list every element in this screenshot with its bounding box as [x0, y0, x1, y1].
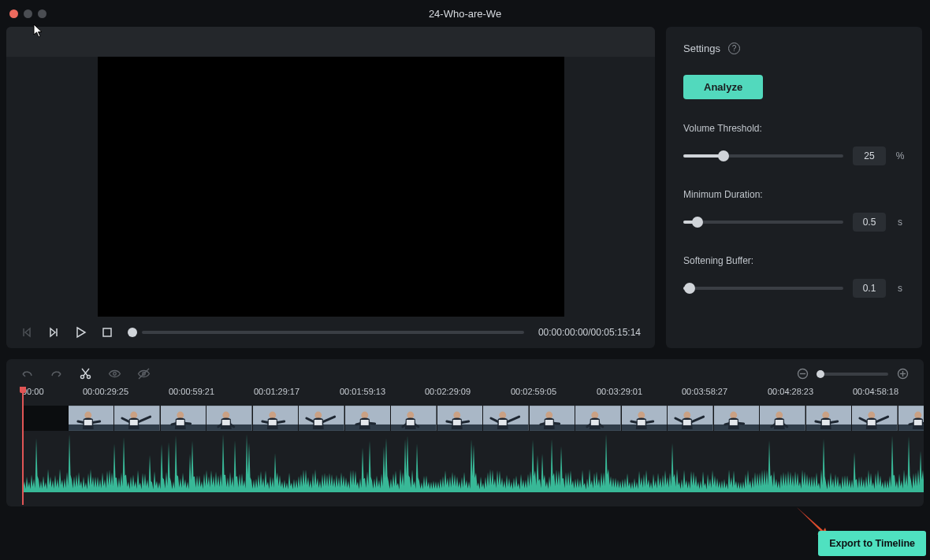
svg-point-81: [868, 412, 875, 419]
svg-point-85: [914, 412, 921, 419]
eye-off-icon[interactable]: [137, 367, 151, 380]
minimum-duration-unit: s: [895, 217, 905, 228]
svg-point-49: [499, 412, 506, 419]
thumbnail[interactable]: [299, 406, 345, 431]
ruler-tick: 00:03:29:01: [597, 387, 642, 396]
playback-controls: 00:00:00:00/00:05:15:14: [6, 317, 655, 348]
svg-rect-42: [407, 420, 415, 425]
minimize-window-icon[interactable]: [24, 9, 32, 18]
cut-icon[interactable]: [79, 367, 92, 380]
svg-point-73: [776, 412, 783, 419]
thumbnail[interactable]: [530, 406, 576, 431]
thumbnail[interactable]: [345, 406, 392, 431]
thumbnail[interactable]: [622, 406, 668, 431]
thumbnail[interactable]: [437, 406, 484, 431]
thumbnail[interactable]: [253, 406, 299, 431]
video-preview[interactable]: [6, 57, 655, 317]
volume-threshold-slider[interactable]: [683, 154, 843, 158]
eye-icon[interactable]: [108, 367, 121, 380]
zoom-slider[interactable]: [817, 373, 888, 376]
svg-point-33: [314, 412, 322, 419]
timeline-panel: 00:0000:00:29:2500:00:59:2100:01:29:1700…: [6, 359, 924, 506]
help-icon[interactable]: ?: [728, 43, 740, 54]
svg-point-2: [87, 376, 91, 379]
ruler-tick: 00:00:59:21: [169, 387, 214, 396]
ruler-tick: 00:04:28:23: [768, 387, 813, 396]
timecode: 00:00:00:00/00:05:15:14: [538, 327, 641, 338]
minimum-duration-param: Minimum Duration: 0.5 s: [683, 189, 905, 232]
timeline-ruler[interactable]: 00:0000:00:29:2500:00:59:2100:01:29:1700…: [6, 387, 924, 402]
svg-point-17: [130, 412, 137, 419]
scrubber[interactable]: [128, 328, 524, 337]
svg-rect-14: [84, 420, 91, 425]
zoom-out-icon[interactable]: [796, 367, 809, 380]
ruler-tick: 00:03:58:27: [682, 387, 727, 396]
close-window-icon[interactable]: [9, 9, 18, 18]
ruler-tick: 00:00:29:25: [83, 387, 128, 396]
zoom-control: [796, 367, 910, 380]
volume-threshold-label: Volume Threshold:: [683, 123, 905, 134]
svg-point-37: [361, 412, 368, 419]
thumbnail[interactable]: [483, 406, 530, 431]
export-to-timeline-button[interactable]: Export to Timeline: [818, 531, 926, 556]
stop-icon[interactable]: [101, 326, 113, 339]
maximize-window-icon[interactable]: [38, 9, 46, 18]
timeline-body[interactable]: 00:0000:00:29:2500:00:59:2100:01:29:1700…: [6, 387, 924, 505]
window-controls: [9, 9, 46, 18]
ruler-tick: 00:01:59:13: [340, 387, 385, 396]
volume-threshold-value[interactable]: 25: [853, 146, 886, 165]
minimum-duration-slider[interactable]: [683, 221, 843, 224]
svg-rect-70: [729, 420, 737, 425]
thumbnail[interactable]: [161, 406, 207, 431]
thumbnail[interactable]: [69, 406, 115, 431]
thumbnail[interactable]: [668, 406, 714, 431]
svg-rect-62: [637, 420, 645, 425]
svg-point-21: [177, 412, 184, 419]
thumbnail[interactable]: [114, 406, 161, 431]
thumbnail[interactable]: [575, 406, 622, 431]
svg-point-1: [81, 376, 84, 379]
play-icon[interactable]: [74, 326, 87, 339]
svg-point-53: [545, 412, 552, 419]
preview-header: [6, 27, 655, 57]
svg-point-45: [453, 412, 460, 419]
svg-point-41: [407, 412, 414, 419]
thumbnail[interactable]: [806, 406, 853, 431]
svg-rect-30: [268, 420, 276, 425]
svg-rect-82: [868, 420, 876, 425]
softening-buffer-unit: s: [895, 283, 905, 294]
softening-buffer-label: Softening Buffer:: [683, 255, 905, 266]
audio-waveform[interactable]: [22, 431, 924, 492]
thumbnail[interactable]: [760, 406, 806, 431]
analyze-button[interactable]: Analyze: [683, 75, 763, 99]
ruler-tick: 00:02:59:05: [511, 387, 556, 396]
playhead[interactable]: [22, 387, 24, 505]
next-frame-icon[interactable]: [47, 326, 60, 339]
thumbnail[interactable]: [898, 406, 924, 431]
ruler-tick: 00:01:29:17: [254, 387, 299, 396]
redo-icon[interactable]: [50, 367, 63, 380]
thumbnail[interactable]: [852, 406, 898, 431]
svg-rect-34: [314, 420, 322, 425]
preview-panel: 00:00:00:00/00:05:15:14: [6, 27, 655, 348]
clip-thumbnails[interactable]: [22, 406, 924, 431]
minimum-duration-value[interactable]: 0.5: [853, 213, 886, 232]
svg-rect-54: [545, 420, 552, 425]
svg-rect-46: [452, 420, 460, 425]
svg-point-65: [683, 412, 690, 419]
svg-rect-26: [222, 420, 230, 425]
volume-threshold-param: Volume Threshold: 25 %: [683, 123, 905, 165]
thumbnail[interactable]: [714, 406, 761, 431]
svg-rect-66: [683, 420, 691, 425]
thumbnail[interactable]: [391, 406, 437, 431]
thumbnail[interactable]: [22, 406, 69, 431]
timeline-toolbar: [6, 367, 924, 387]
settings-panel: Settings ? Analyze Volume Threshold: 25 …: [666, 27, 922, 348]
thumbnail[interactable]: [206, 406, 253, 431]
prev-frame-icon[interactable]: [20, 326, 33, 339]
softening-buffer-value[interactable]: 0.1: [853, 279, 886, 298]
softening-buffer-slider[interactable]: [683, 287, 843, 290]
zoom-in-icon[interactable]: [896, 367, 910, 380]
svg-rect-58: [591, 420, 599, 425]
undo-icon[interactable]: [20, 367, 34, 380]
